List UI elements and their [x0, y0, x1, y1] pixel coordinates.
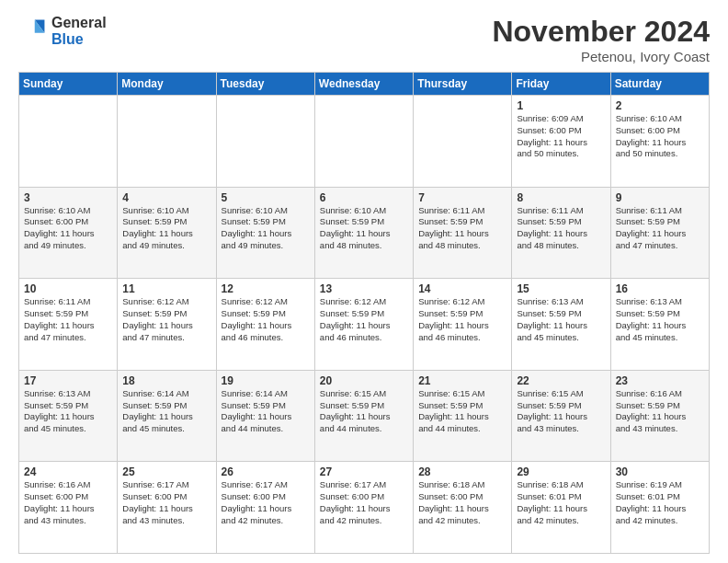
day-number: 19 [222, 374, 310, 387]
day-number: 15 [517, 282, 605, 295]
day-number: 6 [320, 191, 408, 204]
day-info: Sunrise: 6:18 AM Sunset: 6:01 PM Dayligh… [517, 479, 587, 524]
header: General Blue November 2024 Petenou, Ivor… [18, 15, 710, 64]
day-cell: 24Sunrise: 6:16 AM Sunset: 6:00 PM Dayli… [19, 462, 118, 554]
day-number: 2 [616, 99, 704, 112]
day-header-monday: Monday [118, 73, 216, 96]
day-info: Sunrise: 6:17 AM Sunset: 6:00 PM Dayligh… [320, 479, 391, 524]
day-number: 27 [320, 465, 408, 478]
day-cell: 1Sunrise: 6:09 AM Sunset: 6:00 PM Daylig… [512, 96, 610, 188]
day-info: Sunrise: 6:17 AM Sunset: 6:00 PM Dayligh… [222, 479, 292, 524]
day-cell: 12Sunrise: 6:12 AM Sunset: 5:59 PM Dayli… [216, 279, 314, 371]
day-cell: 10Sunrise: 6:11 AM Sunset: 5:59 PM Dayli… [19, 279, 118, 371]
page: General Blue November 2024 Petenou, Ivor… [0, 0, 728, 563]
day-info: Sunrise: 6:13 AM Sunset: 5:59 PM Dayligh… [616, 296, 687, 341]
day-cell: 2Sunrise: 6:10 AM Sunset: 6:00 PM Daylig… [610, 96, 709, 188]
day-info: Sunrise: 6:15 AM Sunset: 5:59 PM Dayligh… [517, 388, 587, 433]
day-number: 28 [418, 465, 506, 478]
calendar: SundayMondayTuesdayWednesdayThursdayFrid… [18, 72, 710, 554]
day-info: Sunrise: 6:10 AM Sunset: 5:59 PM Dayligh… [122, 205, 193, 250]
day-info: Sunrise: 6:10 AM Sunset: 5:59 PM Dayligh… [320, 205, 391, 250]
day-number: 4 [122, 191, 210, 204]
logo-text: General Blue [51, 15, 107, 47]
day-cell: 8Sunrise: 6:11 AM Sunset: 5:59 PM Daylig… [512, 187, 610, 279]
day-number: 25 [122, 465, 210, 478]
day-cell: 17Sunrise: 6:13 AM Sunset: 5:59 PM Dayli… [19, 370, 118, 462]
day-number: 23 [616, 374, 704, 387]
day-cell: 25Sunrise: 6:17 AM Sunset: 6:00 PM Dayli… [118, 462, 216, 554]
day-cell: 9Sunrise: 6:11 AM Sunset: 5:59 PM Daylig… [610, 187, 709, 279]
day-cell: 20Sunrise: 6:15 AM Sunset: 5:59 PM Dayli… [314, 370, 413, 462]
day-number: 1 [517, 99, 605, 112]
day-info: Sunrise: 6:12 AM Sunset: 5:59 PM Dayligh… [122, 296, 193, 341]
day-cell: 13Sunrise: 6:12 AM Sunset: 5:59 PM Dayli… [314, 279, 413, 371]
day-number: 20 [320, 374, 408, 387]
logo-blue-text: Blue [51, 31, 107, 48]
day-number: 29 [517, 465, 605, 478]
day-cell: 14Sunrise: 6:12 AM Sunset: 5:59 PM Dayli… [414, 279, 512, 371]
day-cell: 27Sunrise: 6:17 AM Sunset: 6:00 PM Dayli… [314, 462, 413, 554]
day-number: 11 [122, 282, 210, 295]
day-cell: 21Sunrise: 6:15 AM Sunset: 5:59 PM Dayli… [414, 370, 512, 462]
day-number: 26 [222, 465, 310, 478]
day-cell: 29Sunrise: 6:18 AM Sunset: 6:01 PM Dayli… [512, 462, 610, 554]
day-header-wednesday: Wednesday [314, 73, 413, 96]
day-cell: 22Sunrise: 6:15 AM Sunset: 5:59 PM Dayli… [512, 370, 610, 462]
day-info: Sunrise: 6:13 AM Sunset: 5:59 PM Dayligh… [24, 388, 95, 433]
day-cell [414, 96, 512, 188]
week-row-2: 3Sunrise: 6:10 AM Sunset: 6:00 PM Daylig… [19, 187, 710, 279]
day-info: Sunrise: 6:14 AM Sunset: 5:59 PM Dayligh… [222, 388, 292, 433]
day-number: 21 [418, 374, 506, 387]
day-cell: 30Sunrise: 6:19 AM Sunset: 6:01 PM Dayli… [610, 462, 709, 554]
day-info: Sunrise: 6:11 AM Sunset: 5:59 PM Dayligh… [24, 296, 95, 341]
day-header-friday: Friday [512, 73, 610, 96]
day-info: Sunrise: 6:10 AM Sunset: 5:59 PM Dayligh… [222, 205, 292, 250]
day-info: Sunrise: 6:13 AM Sunset: 5:59 PM Dayligh… [517, 296, 587, 341]
day-number: 14 [418, 282, 506, 295]
day-cell: 28Sunrise: 6:18 AM Sunset: 6:00 PM Dayli… [414, 462, 512, 554]
day-info: Sunrise: 6:12 AM Sunset: 5:59 PM Dayligh… [222, 296, 292, 341]
day-cell: 15Sunrise: 6:13 AM Sunset: 5:59 PM Dayli… [512, 279, 610, 371]
day-info: Sunrise: 6:10 AM Sunset: 6:00 PM Dayligh… [24, 205, 95, 250]
day-info: Sunrise: 6:09 AM Sunset: 6:00 PM Dayligh… [517, 113, 587, 158]
day-cell: 11Sunrise: 6:12 AM Sunset: 5:59 PM Dayli… [118, 279, 216, 371]
day-number: 18 [122, 374, 210, 387]
day-info: Sunrise: 6:16 AM Sunset: 5:59 PM Dayligh… [616, 388, 687, 433]
day-cell [118, 96, 216, 188]
day-number: 10 [24, 282, 112, 295]
day-number: 12 [222, 282, 310, 295]
day-info: Sunrise: 6:14 AM Sunset: 5:59 PM Dayligh… [122, 388, 193, 433]
logo-icon [18, 17, 48, 46]
day-info: Sunrise: 6:12 AM Sunset: 5:59 PM Dayligh… [320, 296, 391, 341]
day-info: Sunrise: 6:15 AM Sunset: 5:59 PM Dayligh… [320, 388, 391, 433]
day-header-thursday: Thursday [414, 73, 512, 96]
day-info: Sunrise: 6:17 AM Sunset: 6:00 PM Dayligh… [122, 479, 193, 524]
day-cell: 6Sunrise: 6:10 AM Sunset: 5:59 PM Daylig… [314, 187, 413, 279]
day-cell: 18Sunrise: 6:14 AM Sunset: 5:59 PM Dayli… [118, 370, 216, 462]
week-row-5: 24Sunrise: 6:16 AM Sunset: 6:00 PM Dayli… [19, 462, 710, 554]
day-cell: 3Sunrise: 6:10 AM Sunset: 6:00 PM Daylig… [19, 187, 118, 279]
day-cell: 26Sunrise: 6:17 AM Sunset: 6:00 PM Dayli… [216, 462, 314, 554]
day-info: Sunrise: 6:16 AM Sunset: 6:00 PM Dayligh… [24, 479, 95, 524]
day-header-tuesday: Tuesday [216, 73, 314, 96]
logo-general-text: General [51, 15, 107, 31]
day-cell: 5Sunrise: 6:10 AM Sunset: 5:59 PM Daylig… [216, 187, 314, 279]
day-number: 24 [24, 465, 112, 478]
day-number: 7 [418, 191, 506, 204]
day-info: Sunrise: 6:18 AM Sunset: 6:00 PM Dayligh… [418, 479, 489, 524]
day-cell: 19Sunrise: 6:14 AM Sunset: 5:59 PM Dayli… [216, 370, 314, 462]
day-info: Sunrise: 6:15 AM Sunset: 5:59 PM Dayligh… [418, 388, 489, 433]
day-number: 30 [616, 465, 704, 478]
day-info: Sunrise: 6:11 AM Sunset: 5:59 PM Dayligh… [517, 205, 587, 250]
day-number: 5 [222, 191, 310, 204]
calendar-header-row: SundayMondayTuesdayWednesdayThursdayFrid… [19, 73, 710, 96]
day-info: Sunrise: 6:11 AM Sunset: 5:59 PM Dayligh… [616, 205, 687, 250]
day-number: 3 [24, 191, 112, 204]
day-number: 9 [616, 191, 704, 204]
day-cell: 16Sunrise: 6:13 AM Sunset: 5:59 PM Dayli… [610, 279, 709, 371]
subtitle: Petenou, Ivory Coast [492, 49, 710, 64]
day-cell: 4Sunrise: 6:10 AM Sunset: 5:59 PM Daylig… [118, 187, 216, 279]
title-block: November 2024 Petenou, Ivory Coast [492, 15, 710, 64]
day-cell: 23Sunrise: 6:16 AM Sunset: 5:59 PM Dayli… [610, 370, 709, 462]
day-number: 17 [24, 374, 112, 387]
